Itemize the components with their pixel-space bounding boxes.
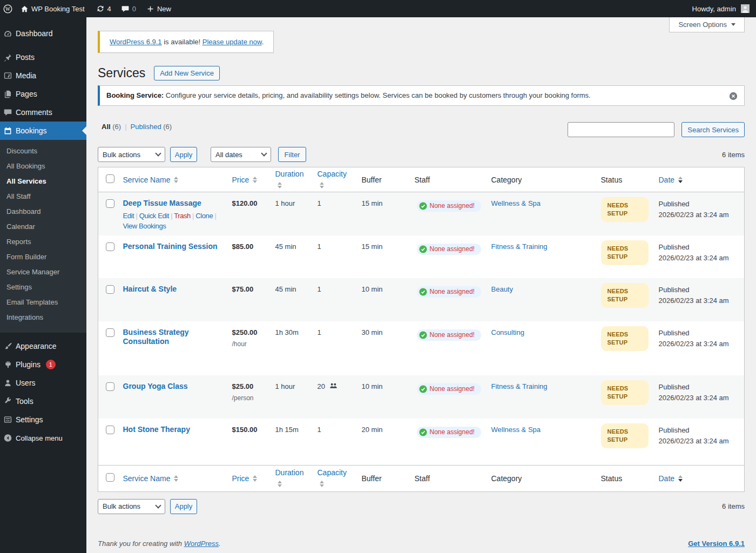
service-price: $250.00 [232, 328, 258, 336]
submenu-settings[interactable]: Settings [0, 280, 86, 295]
service-row-deep-tissue-massage: Deep Tissue MassageEdit | Quick Edit | T… [98, 192, 745, 236]
sidebar-item-comments[interactable]: Comments [0, 103, 86, 122]
sidebar-item-posts[interactable]: Posts [0, 48, 86, 66]
sidebar-item-label: Appearance [16, 342, 57, 350]
service-buffer: 20 min [356, 419, 409, 465]
please-update-link[interactable]: Please update now [202, 38, 262, 46]
row-checkbox[interactable] [106, 328, 114, 337]
row-action-edit[interactable]: Edit [123, 212, 134, 220]
column-header-capacity[interactable]: Capacity [312, 167, 356, 192]
account-menu[interactable]: Howdy, admin [688, 0, 753, 17]
column-header-duration[interactable]: Duration [270, 465, 312, 491]
status-badge: NEEDS SETUP [601, 423, 649, 448]
submenu-all-staff[interactable]: All Staff [0, 189, 86, 204]
column-header-capacity[interactable]: Capacity [312, 465, 356, 491]
select-all-checkbox[interactable] [106, 174, 114, 183]
bulk-actions-select[interactable]: Bulk actions [98, 147, 165, 162]
home-icon [21, 5, 29, 13]
row-checkbox[interactable] [106, 199, 114, 208]
check-circle-icon [419, 428, 427, 436]
submenu-all-services[interactable]: All Services [0, 174, 86, 189]
sidebar-item-dashboard[interactable]: Dashboard [0, 24, 86, 43]
dismiss-notice-icon[interactable] [729, 92, 738, 100]
staff-none-assigned-pill: None assigned! [417, 286, 481, 298]
site-name-link[interactable]: WP Booking Test [16, 0, 91, 17]
submenu-integrations[interactable]: Integrations [0, 310, 86, 325]
submenu-service-manager[interactable]: Service Manager [0, 265, 86, 280]
bulk-actions-select-bottom[interactable]: Bulk actions [98, 499, 165, 514]
category-link[interactable]: Consulting [491, 328, 524, 336]
update-nag-notice: WordPress 6.9.1 is available! Please upd… [98, 31, 274, 53]
column-header-duration[interactable]: Duration [270, 167, 312, 192]
settings-icon [3, 415, 12, 424]
column-header-date[interactable]: Date [653, 465, 745, 491]
new-content-button[interactable]: New [141, 0, 176, 17]
wordpress-version-link[interactable]: WordPress 6.9.1 [110, 38, 162, 46]
comments-indicator[interactable]: 0 [116, 0, 141, 17]
submenu-dashboard[interactable]: Dashboard [0, 204, 86, 219]
column-header-service-name[interactable]: Service Name [118, 465, 227, 491]
row-action-view-bookings[interactable]: View Bookings [123, 222, 166, 230]
sidebar-item-appearance[interactable]: Appearance [0, 337, 86, 355]
submenu-email-templates[interactable]: Email Templates [0, 295, 86, 310]
apply-button[interactable]: Apply [170, 147, 197, 162]
collapse-menu-button[interactable]: Collapse menu [0, 429, 86, 447]
sidebar-item-label: Bookings [16, 126, 47, 135]
sidebar-item-pages[interactable]: Pages [0, 85, 86, 103]
submenu-calendar[interactable]: Calendar [0, 219, 86, 234]
column-header-service-name[interactable]: Service Name [118, 167, 227, 192]
category-link[interactable]: Fitness & Training [491, 382, 548, 390]
service-name-link[interactable]: Personal Training Session [123, 242, 218, 251]
dates-filter-select[interactable]: All dates [211, 147, 271, 162]
column-header-staff: Staff [409, 465, 486, 491]
search-input[interactable] [568, 122, 674, 137]
sidebar-item-media[interactable]: Media [0, 66, 86, 85]
sidebar-item-users[interactable]: Users [0, 374, 86, 392]
submenu-all-bookings[interactable]: All Bookings [0, 159, 86, 174]
select-all-checkbox[interactable] [106, 473, 114, 482]
service-name-link[interactable]: Group Yoga Class [123, 382, 188, 390]
submenu-discounts[interactable]: Discounts [0, 144, 86, 159]
media-icon [3, 71, 12, 80]
get-version-link[interactable]: Get Version 6.9.1 [688, 539, 745, 548]
screen-options-tab[interactable]: Screen Options [669, 17, 745, 32]
submenu-form-builder[interactable]: Form Builder [0, 249, 86, 265]
row-action-clone[interactable]: Clone [195, 212, 213, 220]
plugin-icon [3, 360, 12, 369]
column-header-date[interactable]: Date [653, 167, 745, 192]
sidebar-item-plugins[interactable]: Plugins 1 [0, 355, 86, 374]
service-name-link[interactable]: Deep Tissue Massage [123, 199, 201, 207]
add-new-service-button[interactable]: Add New Service [154, 66, 220, 80]
view-published-link[interactable]: Published (6) [131, 123, 172, 131]
view-all-link[interactable]: All (6) [102, 123, 121, 131]
filter-button[interactable]: Filter [278, 147, 306, 162]
search-services-button[interactable]: Search Services [681, 122, 745, 137]
sidebar-item-settings[interactable]: Settings [0, 410, 86, 429]
service-name-link[interactable]: Haircut & Style [123, 285, 177, 293]
category-link[interactable]: Wellness & Spa [491, 426, 541, 434]
row-checkbox[interactable] [106, 285, 114, 294]
service-name-link[interactable]: Hot Stone Therapy [123, 425, 190, 434]
row-action-trash[interactable]: Trash [174, 212, 191, 220]
column-header-price[interactable]: Price [227, 167, 270, 192]
wordpress-link[interactable]: WordPress [184, 539, 219, 548]
row-checkbox[interactable] [106, 242, 114, 251]
status-badge: NEEDS SETUP [601, 380, 649, 405]
category-link[interactable]: Beauty [491, 285, 513, 293]
wp-logo-menu[interactable]: W [0, 0, 16, 17]
submenu-reports[interactable]: Reports [0, 234, 86, 249]
new-label: New [157, 5, 171, 13]
sidebar-item-tools[interactable]: Tools [0, 392, 86, 410]
category-link[interactable]: Fitness & Training [491, 242, 548, 251]
category-link[interactable]: Wellness & Spa [491, 199, 541, 207]
notice-text: Configure your service details, pricing,… [164, 91, 591, 99]
check-circle-icon [419, 202, 427, 210]
row-checkbox[interactable] [106, 426, 114, 434]
column-header-price[interactable]: Price [227, 465, 270, 491]
row-checkbox[interactable] [106, 382, 114, 391]
updates-indicator[interactable]: 4 [91, 0, 116, 17]
row-action-quick-edit[interactable]: Quick Edit [139, 212, 169, 220]
apply-button-bottom[interactable]: Apply [170, 499, 197, 514]
service-name-link[interactable]: Business Strategy Consultation [123, 328, 189, 346]
sidebar-item-bookings[interactable]: Bookings [0, 122, 86, 140]
